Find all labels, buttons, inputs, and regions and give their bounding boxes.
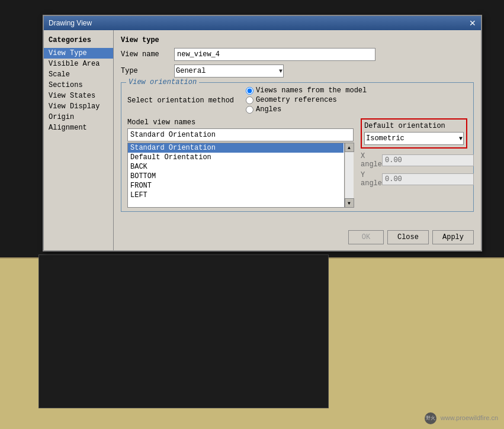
type-row: Type General Projection Detailed Auxilia…: [121, 64, 474, 78]
radio-angles[interactable]: Angles: [246, 105, 367, 114]
type-select-wrapper: General Projection Detailed Auxiliary Re…: [174, 64, 284, 78]
default-orientation-col: Default orientation Isometric Trimetric …: [361, 118, 467, 208]
sidebar-item-scale[interactable]: Scale: [44, 69, 113, 80]
dialog: Drawing View ✕ Categories View Type Visi…: [43, 15, 482, 251]
default-orientation-select-wrapper: Isometric Trimetric User Defined ▼: [364, 132, 464, 145]
ok-button[interactable]: OK: [348, 230, 384, 244]
default-orientation-select[interactable]: Isometric Trimetric User Defined: [364, 132, 464, 145]
radio-views-names-label: Views names from the model: [256, 86, 367, 95]
model-view-list-wrapper: Standard Orientation Default Orientation…: [127, 143, 354, 208]
close-icon[interactable]: ✕: [469, 18, 476, 28]
sidebar-item-alignment[interactable]: Alignment: [44, 122, 113, 133]
watermark: 野火 www.proewildfire.cn: [425, 412, 498, 424]
y-angle-row: Y angle: [361, 171, 467, 188]
select-method-label: Select orientation method: [127, 96, 246, 105]
dialog-title: Drawing View: [49, 19, 92, 27]
scroll-up-btn[interactable]: ▲: [345, 143, 354, 152]
view-type-section: View type View name Type General Project…: [121, 36, 474, 78]
dialog-titlebar: Drawing View ✕: [44, 16, 481, 30]
view-name-input[interactable]: [174, 48, 375, 61]
x-angle-input[interactable]: [382, 154, 474, 166]
view-name-label: View name: [121, 50, 174, 59]
view-type-title: View type: [121, 36, 474, 44]
dialog-body: Categories View Type Visible Area Scale …: [44, 30, 481, 250]
scrollbar-track: [345, 152, 354, 198]
two-col-layout: Model view names Standard Orientation De…: [127, 118, 467, 208]
x-angle-row: X angle: [361, 152, 467, 169]
orientation-section: View orientation Select orientation meth…: [121, 82, 474, 212]
watermark-text: www.proewildfire.cn: [441, 414, 498, 421]
categories-panel: Categories View Type Visible Area Scale …: [44, 30, 114, 250]
list-item[interactable]: FRONT: [128, 181, 344, 191]
radio-views-names[interactable]: Views names from the model: [246, 86, 367, 95]
list-item[interactable]: BACK: [128, 162, 344, 172]
sidebar-item-view-type[interactable]: View Type: [44, 48, 113, 59]
main-content: View type View name Type General Project…: [114, 30, 481, 250]
list-item[interactable]: Standard Orientation: [128, 143, 344, 153]
categories-title: Categories: [44, 35, 113, 48]
radio-geometry-refs[interactable]: Geometry references: [246, 96, 367, 104]
model-view-names-col: Model view names Standard Orientation De…: [127, 118, 354, 208]
sidebar-item-visible-area[interactable]: Visible Area: [44, 59, 113, 69]
radio-geometry-refs-label: Geometry references: [256, 96, 337, 104]
radio-options: Views names from the model Geometry refe…: [246, 86, 367, 115]
model-view-list[interactable]: Standard Orientation Default Orientation…: [127, 143, 354, 208]
close-button[interactable]: Close: [387, 230, 429, 244]
type-label: Type: [121, 67, 174, 75]
orientation-method-row: Select orientation method Views names fr…: [127, 86, 467, 115]
default-orientation-label: Default orientation: [364, 122, 464, 130]
x-angle-label: X angle: [361, 152, 382, 169]
orientation-section-title: View orientation: [126, 78, 199, 86]
list-item[interactable]: LEFT: [128, 191, 344, 200]
sidebar-item-view-display[interactable]: View Display: [44, 101, 113, 112]
model-view-names-label: Model view names: [127, 118, 354, 127]
cad-area: [38, 254, 329, 408]
y-angle-input[interactable]: [382, 173, 474, 185]
list-item[interactable]: BOTTOM: [128, 172, 344, 181]
default-orientation-box: Default orientation Isometric Trimetric …: [361, 118, 467, 149]
sidebar-item-view-states[interactable]: View States: [44, 91, 113, 101]
list-item[interactable]: Default Orientation: [128, 153, 344, 162]
dialog-buttons: OK Close Apply: [348, 230, 474, 244]
view-name-row: View name: [121, 48, 474, 61]
scroll-down-btn[interactable]: ▼: [345, 198, 354, 208]
y-angle-label: Y angle: [361, 171, 382, 188]
list-scrollbar: ▲ ▼: [344, 143, 354, 208]
sidebar-item-origin[interactable]: Origin: [44, 112, 113, 122]
apply-button[interactable]: Apply: [432, 230, 474, 244]
model-view-input[interactable]: [127, 128, 354, 141]
watermark-logo: 野火: [425, 412, 436, 424]
radio-angles-label: Angles: [256, 105, 281, 114]
type-select[interactable]: General Projection Detailed Auxiliary Re…: [174, 64, 284, 78]
sidebar-item-sections[interactable]: Sections: [44, 80, 113, 91]
